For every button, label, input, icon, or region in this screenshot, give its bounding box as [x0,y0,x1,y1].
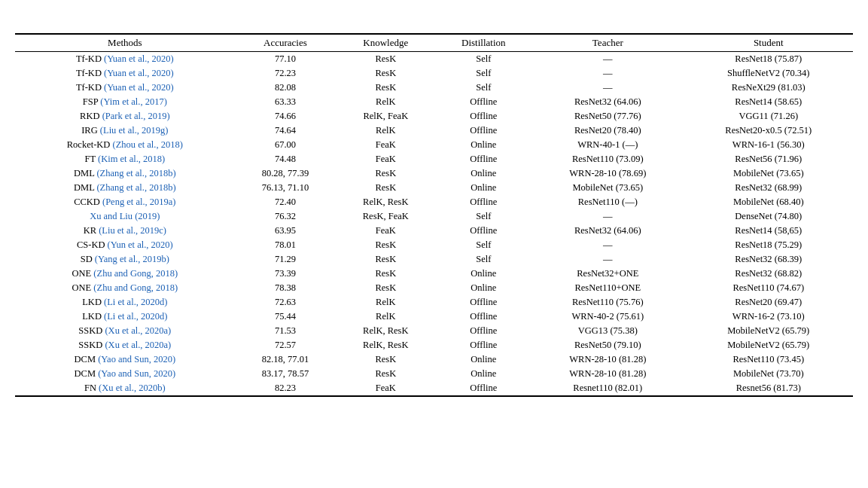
accuracies-cell: 63.95 [235,224,337,238]
teacher-cell: VGG13 (75.38) [531,324,684,338]
method-cite: (Yuan et al., 2020) [104,82,174,93]
accuracies-cell: 76.13, 71.10 [235,181,337,195]
knowledge-cell: RelK [336,310,435,324]
method-cite: (Yun et al., 2020) [108,239,173,250]
method-cite: (Liu et al., 2019g) [100,125,169,136]
teacher-cell: WRN-28-10 (81.28) [531,367,684,381]
table-header: MethodsAccuraciesKnowledgeDistillationTe… [15,34,853,52]
method-cell: SSKD (Xu et al., 2020a) [15,338,235,352]
method-cell: SD (Yang et al., 2019b) [15,252,235,267]
accuracies-cell: 63.33 [235,95,337,109]
student-cell: ResNeXt29 (81.03) [684,81,853,95]
table-row: FT (Kim et al., 2018)74.48FeaKOfflineRes… [15,152,853,166]
method-cite: (Peng et al., 2019a) [102,197,176,207]
knowledge-cell: ResK [336,352,435,367]
knowledge-cell: FeaK [336,381,435,396]
accuracies-cell: 76.32 [235,209,337,224]
table-row: SSKD (Xu et al., 2020a)71.53RelK, ResKOf… [15,324,853,338]
student-cell: MobileNetV2 (65.79) [684,324,853,338]
student-cell: MobileNet (68.40) [684,195,853,209]
method-cite: (Zhu and Gong, 2018) [93,282,178,293]
method-cell: Tf-KD (Yuan et al., 2020) [15,52,235,67]
method-cite: (Zhang et al., 2018b) [96,168,175,178]
knowledge-cell: ResK [336,281,435,295]
student-cell: ResNet110 (74.67) [684,281,853,295]
teacher-cell: WRN-28-10 (81.28) [531,352,684,367]
method-cite: (Xu et al., 2020a) [105,325,171,336]
table-row: RKD (Park et al., 2019)74.66RelK, FeaKOf… [15,109,853,124]
student-cell: ResNet14 (58.65) [684,95,853,109]
header-row: MethodsAccuraciesKnowledgeDistillationTe… [15,34,853,52]
knowledge-cell: RelK, ResK [336,338,435,352]
distillation-cell: Offline [435,295,531,310]
method-cite: (Liu et al., 2019c) [99,225,166,236]
student-cell: ResNet32 (68.82) [684,267,853,281]
column-header: Accuracies [235,34,337,52]
distillation-cell: Offline [435,109,531,124]
column-header: Distillation [435,34,531,52]
distillation-cell: Online [435,367,531,381]
table-row: SD (Yang et al., 2019b)71.29ResKSelf—Res… [15,252,853,267]
teacher-cell: ResNet110 (—) [531,195,684,209]
student-cell: WRN-16-2 (73.10) [684,310,853,324]
distillation-cell: Offline [435,324,531,338]
method-cell: DCM (Yao and Sun, 2020) [15,352,235,367]
method-cell: DML (Zhang et al., 2018b) [15,181,235,195]
knowledge-cell: RelK, ResK [336,195,435,209]
teacher-cell: ResNet32 (64.06) [531,224,684,238]
teacher-cell: ResNet32+ONE [531,267,684,281]
table-row: IRG (Liu et al., 2019g)74.64RelKOfflineR… [15,124,853,138]
accuracies-cell: 78.01 [235,238,337,252]
table-caption [15,15,853,27]
teacher-cell: WRN-28-10 (78.69) [531,166,684,181]
student-cell: ResNet18 (75.29) [684,238,853,252]
table-row: ONE (Zhu and Gong, 2018)78.38ResKOnlineR… [15,281,853,295]
teacher-cell: WRN-40-1 (—) [531,138,684,152]
teacher-cell: Resnet110 (82.01) [531,381,684,396]
student-cell: ResNet32 (68.99) [684,181,853,195]
knowledge-cell: ResK [336,66,435,81]
table-row: LKD (Li et al., 2020d)75.44RelKOfflineWR… [15,310,853,324]
method-cite: (Yim et al., 2017) [100,96,167,107]
method-cell: IRG (Liu et al., 2019g) [15,124,235,138]
distillation-cell: Offline [435,381,531,396]
distillation-cell: Offline [435,152,531,166]
table-row: KR (Liu et al., 2019c)63.95FeaKOfflineRe… [15,224,853,238]
teacher-cell: MobileNet (73.65) [531,181,684,195]
student-cell: MobileNetV2 (65.79) [684,338,853,352]
table-row: Rocket-KD (Zhou et al., 2018)67.00FeaKOn… [15,138,853,152]
method-cell: ONE (Zhu and Gong, 2018) [15,281,235,295]
method-cell: ONE (Zhu and Gong, 2018) [15,267,235,281]
student-cell: ResNet56 (71.96) [684,152,853,166]
accuracies-cell: 72.40 [235,195,337,209]
distillation-cell: Offline [435,310,531,324]
distillation-cell: Online [435,267,531,281]
teacher-cell: — [531,252,684,267]
knowledge-cell: RelK [336,95,435,109]
student-cell: ShuffleNetV2 (70.34) [684,66,853,81]
table-row: CCKD (Peng et al., 2019a)72.40RelK, ResK… [15,195,853,209]
knowledge-cell: ResK [336,81,435,95]
method-cell: CS-KD (Yun et al., 2020) [15,238,235,252]
distillation-cell: Offline [435,195,531,209]
knowledge-cell: ResK [336,267,435,281]
teacher-cell: — [531,209,684,224]
method-cite: (Yuan et al., 2020) [104,53,174,64]
knowledge-cell: RelK, FeaK [336,109,435,124]
method-cell: SSKD (Xu et al., 2020a) [15,324,235,338]
knowledge-cell: ResK [336,181,435,195]
distillation-cell: Online [435,166,531,181]
method-cite: (Zhou et al., 2018) [113,139,183,150]
knowledge-cell: FeaK [336,138,435,152]
method-cite: (Yuan et al., 2020) [104,68,174,78]
method-cell: Rocket-KD (Zhou et al., 2018) [15,138,235,152]
teacher-cell: ResNet110 (75.76) [531,295,684,310]
method-cite: (Yao and Sun, 2020) [98,354,175,364]
student-cell: DenseNet (74.80) [684,209,853,224]
accuracies-cell: 82.08 [235,81,337,95]
method-cite: (Xu et al., 2020a) [105,340,171,350]
table-row: SSKD (Xu et al., 2020a)72.57RelK, ResKOf… [15,338,853,352]
method-cell: Xu and Liu (2019) [15,209,235,224]
method-cell: FN (Xu et al., 2020b) [15,381,235,396]
method-cite: (Li et al., 2020d) [104,311,167,322]
